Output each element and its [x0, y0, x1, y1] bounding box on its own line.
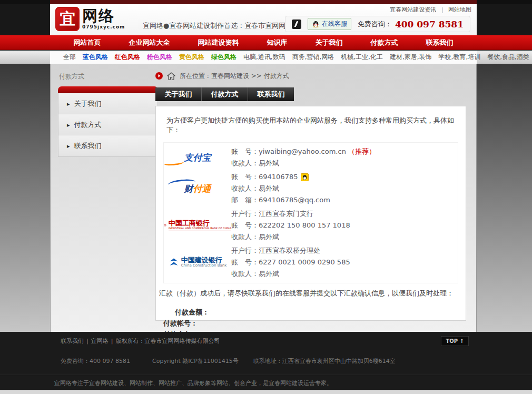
payment-row-icbc: 中国工商银行INDUSTRIAL AND COMMERCIAL BANK OF … [164, 207, 458, 244]
payment-table: 支付宝 账 号：yiwaibing@yahoo.com.cn（推荐） 收款人：易… [163, 142, 458, 283]
nav-item-contact[interactable]: 联系我们 [422, 35, 458, 50]
tab-about[interactable]: 关于我们 [155, 87, 202, 101]
field-label: 收款人： [231, 231, 259, 243]
top-strip-accent [50, 0, 477, 4]
link-sitemap[interactable]: 网站地图 [448, 6, 471, 13]
field-label: 账 号： [231, 146, 259, 157]
footer-icp[interactable]: Copyright 赣ICP备11001415号 [152, 357, 239, 365]
nav-item-site-gallery[interactable]: 企业网站大全 [125, 35, 174, 50]
category-yellow-style[interactable]: 黄色风格 [179, 53, 204, 62]
field-label: 收款人： [231, 157, 259, 169]
category-food[interactable]: 餐饮,食品,酒类 [487, 53, 529, 62]
nav-item-about[interactable]: 关于我们 [311, 35, 347, 50]
category-business[interactable]: 商务,营销,网络 [292, 53, 334, 62]
header: 宜 网络 0795jxyc.com 宜网络●宜春网站建设制作首选：宜春市宜网网络… [50, 4, 477, 35]
payee-value: 易外斌 [259, 268, 279, 280]
payment-row-tenpay: 财付通 账 号：694106785 收款人：易外斌 邮 箱：694106785@… [164, 170, 458, 207]
ccb-logo: 中国建设银行China Construction Bank [164, 257, 231, 268]
sidebar-item-contact[interactable]: ▸联系我们 [58, 135, 157, 156]
alipay-swoosh-icon [164, 159, 184, 166]
page: 宜 网络 0795jxyc.com 宜网络●宜春网站建设制作首选：宜春市宜网网络… [0, 0, 532, 394]
sidebar-item-payment[interactable]: ▸付款方式 [58, 114, 157, 135]
account-value: 622202 150 800 157 1018 [259, 220, 350, 231]
email-value: 694106785@qq.com [259, 194, 330, 206]
qq-penguin-icon [312, 20, 320, 28]
tab-row: 关于我们 付款方式 联系我们 [155, 87, 294, 101]
category-red-style[interactable]: 红色风格 [115, 53, 140, 62]
category-digital[interactable]: 电脑,通讯,数码 [243, 53, 285, 62]
sidebar-item-label: 关于我们 [74, 100, 102, 107]
qq-contact-icon[interactable] [301, 173, 309, 181]
play-bullet-icon [155, 72, 163, 80]
footer-slogan: 宜网络专注于宜春网站建设、网站制作、网站推广、品牌形象等网站、创意产业，是宜春网… [50, 379, 477, 387]
back-to-top-button[interactable]: TOP ↑ [441, 336, 469, 346]
pipe-separator: | [111, 338, 113, 344]
payment-row-alipay: 支付宝 账 号：yiwaibing@yahoo.com.cn（推荐） 收款人：易… [164, 145, 458, 170]
messenger-icon[interactable] [292, 19, 301, 29]
hotline-label: 免费咨询： [358, 19, 392, 29]
main-content: 付款方式 ▸关于我们 ▸付款方式 ▸联系我们 所在位置：宜春网站建设 >> 付款… [50, 64, 477, 332]
field-payment-account: 付款帐号： [163, 318, 466, 329]
sidebar-item-label: 联系我们 [74, 142, 102, 150]
ccb-name: 中国建设银行 [181, 257, 227, 264]
recommended-tag: （推荐） [348, 146, 376, 157]
alipay-logo-text: 支付宝 [184, 152, 211, 164]
sidebar-item-about[interactable]: ▸关于我们 [58, 93, 157, 114]
field-label: 账 号： [231, 220, 259, 231]
nav-item-home[interactable]: 网站首页 [70, 35, 105, 50]
footer-hotline: 免费咨询：400 097 8581 [61, 357, 130, 365]
sidebar-title: 付款方式 [58, 72, 158, 81]
logo-domain: 0795jxyc.com [82, 25, 125, 29]
footer-copyright-owner: 版权所有：宜春市宜网网络传媒有限公司 [115, 338, 220, 344]
site-logo[interactable]: 宜 网络 0795jxyc.com [55, 7, 125, 31]
header-top-links: 宜春网站建设资讯｜网站地图 [390, 6, 471, 14]
tab-payment[interactable]: 付款方式 [202, 87, 248, 101]
online-service-label: 在线客服 [322, 19, 347, 28]
breadcrumb-text[interactable]: 所在位置：宜春网站建设 >> 付款方式 [180, 72, 289, 81]
icbc-logo: 中国工商银行INDUSTRIAL AND COMMERCIAL BANK OF … [164, 220, 231, 231]
logo-seal-icon: 宜 [55, 7, 80, 31]
link-news[interactable]: 宜春网站建设资讯 [390, 6, 436, 13]
category-all[interactable]: 全部 [63, 53, 76, 62]
footer-divider [0, 374, 532, 375]
category-subnav: 全部 蓝色风格 红色风格 粉色风格 黄色风格 绿色风格 电脑,通讯,数码 商务,… [50, 51, 477, 64]
consult-bar: 在线客服 免费咨询： 400 097 8581 [285, 16, 470, 32]
category-industry[interactable]: 机械,工业,化工 [341, 53, 383, 62]
footer-line1: 联系我们|宜网络|版权所有：宜春市宜网网络传媒有限公司 TOP ↑ [50, 337, 477, 345]
bank-branch-value: 江西宜春东门支行 [259, 208, 313, 220]
ccb-subtitle: China Construction Bank [181, 264, 227, 268]
field-label: 账 号： [231, 257, 259, 268]
arrow-icon: ▸ [67, 101, 70, 107]
category-blue-style[interactable]: 蓝色风格 [83, 53, 108, 62]
tenpay-logo-text: 付通 [193, 183, 211, 195]
tab-contact[interactable]: 联系我们 [248, 87, 294, 101]
payee-value: 易外斌 [259, 183, 279, 194]
alipay-logo: 支付宝 [164, 152, 231, 164]
nav-item-resources[interactable]: 网站建设资料 [194, 35, 243, 50]
footer-link-brand[interactable]: 宜网络 [91, 338, 109, 344]
icbc-icon [164, 220, 166, 231]
field-label: 邮 箱： [231, 194, 259, 206]
nav-item-payment[interactable]: 付款方式 [367, 35, 402, 50]
category-education[interactable]: 学校,教育,培训 [439, 53, 481, 62]
bank-branch-value: 江西宜春双桥分理处 [259, 245, 320, 257]
online-service-button[interactable]: 在线客服 [308, 18, 351, 30]
category-building[interactable]: 建材,家居,装饰 [390, 53, 432, 62]
intro-text: 为方便客户更加快捷方便的购买使用本站的企业网站服务，我们支持多种常用购买方式，具… [166, 116, 455, 135]
account-value: yiwaibing@yahoo.com.cn [259, 146, 346, 157]
bottom-strip [0, 390, 532, 394]
field-label: 账 号： [231, 171, 259, 183]
icbc-subtitle: INDUSTRIAL AND COMMERCIAL BANK OF CHINA [169, 227, 231, 231]
field-label: 开户行： [231, 208, 259, 220]
ccb-icon [169, 257, 179, 268]
payee-value: 易外斌 [259, 157, 279, 169]
category-green-style[interactable]: 绿色风格 [211, 53, 237, 62]
breadcrumb: 所在位置：宜春网站建设 >> 付款方式 [155, 71, 469, 81]
category-pink-style[interactable]: 粉色风格 [147, 53, 172, 62]
footer-link-contact[interactable]: 联系我们 [61, 338, 84, 344]
nav-item-knowledge[interactable]: 知识库 [263, 35, 292, 50]
main-nav: 网站首页 企业网站大全 网站建设资料 知识库 关于我们 付款方式 联系我们 [50, 35, 477, 50]
account-value: 6227 0021 0009 0290 585 [259, 257, 350, 268]
icbc-name: 中国工商银行 [169, 220, 231, 227]
hotline-number: 400 097 8581 [395, 19, 464, 29]
